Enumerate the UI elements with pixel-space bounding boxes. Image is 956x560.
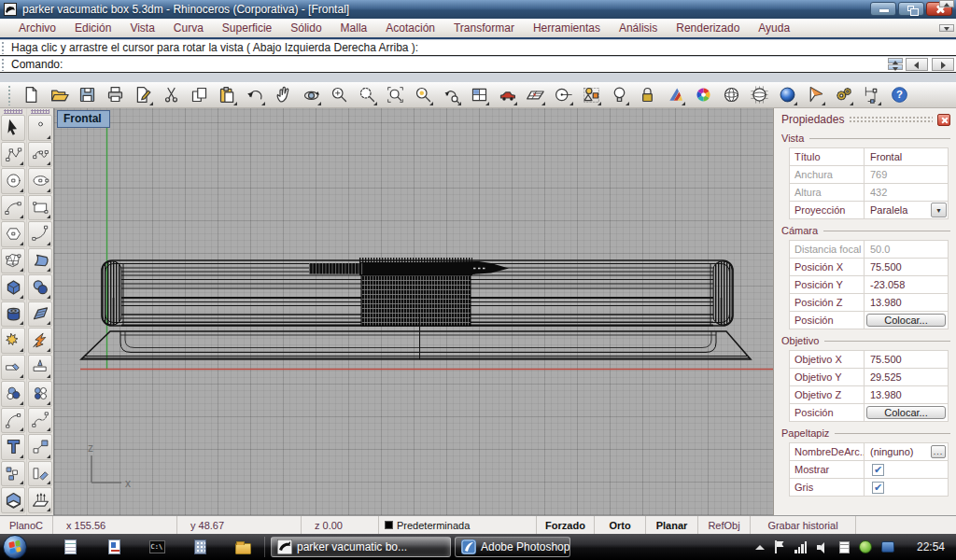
spotlight-button[interactable] <box>804 84 826 106</box>
gris-checkbox[interactable]: ✔ <box>872 482 884 494</box>
polyline-button[interactable] <box>1 142 25 168</box>
minimize-button[interactable] <box>870 2 896 16</box>
network-signal-icon[interactable] <box>794 541 808 553</box>
viewport-layout-button[interactable] <box>468 84 490 106</box>
command-spin-up[interactable] <box>888 58 903 63</box>
cut-button[interactable] <box>160 84 182 106</box>
toolbar-grip[interactable] <box>7 85 12 105</box>
command-spin-down[interactable] <box>888 64 903 70</box>
new-file-button[interactable] <box>20 84 42 106</box>
prop-camara-y-value[interactable]: -23.058 <box>865 276 948 293</box>
prop-proyeccion-value[interactable]: Paralela <box>865 202 930 218</box>
ellipse-button[interactable] <box>28 168 52 194</box>
fillet-button[interactable] <box>1 408 25 434</box>
zoom-window-button[interactable] <box>356 84 378 106</box>
snap-planar[interactable]: Planar <box>646 516 698 534</box>
command-prev-button[interactable] <box>906 58 928 71</box>
solid-box-button[interactable] <box>1 274 25 301</box>
restore-button[interactable] <box>898 2 924 16</box>
prop-camara-x-value[interactable]: 75.500 <box>865 259 948 275</box>
viewport-title-tab[interactable]: Frontal <box>57 110 110 128</box>
menu-edicion[interactable]: Edición <box>65 20 120 36</box>
proyeccion-dropdown-button[interactable]: ▼ <box>931 203 947 217</box>
point-button[interactable] <box>28 115 52 141</box>
rotate-view-button[interactable] <box>300 84 322 106</box>
command-line-grip[interactable] <box>1 58 6 71</box>
prop-objetivo-z-value[interactable]: 13.980 <box>865 386 948 403</box>
mostrar-checkbox[interactable]: ✔ <box>872 464 884 476</box>
zoom-extents-button[interactable] <box>384 84 406 106</box>
panel-close-button[interactable] <box>937 114 950 126</box>
record-history[interactable]: Grabar historial <box>751 516 856 534</box>
task-photoshop[interactable]: Adobe Photoshop <box>455 537 570 557</box>
boolean-union-button[interactable] <box>1 381 25 407</box>
prop-objetivo-x-value[interactable]: 75.500 <box>865 351 948 368</box>
move-object-button[interactable] <box>496 84 518 106</box>
paste-button[interactable] <box>216 84 238 106</box>
surface-loft-button[interactable] <box>28 248 52 274</box>
taskbar-clock[interactable]: 22:54 <box>904 540 945 553</box>
prop-titulo-value[interactable]: Frontal <box>865 148 948 165</box>
command-next-button[interactable] <box>932 58 954 71</box>
history-scroll-down[interactable] <box>939 24 954 32</box>
quicklaunch-calculator[interactable] <box>191 539 208 555</box>
layers-button[interactable] <box>664 84 686 106</box>
help-button[interactable]: ? <box>888 84 910 106</box>
block-insert-button[interactable] <box>1 461 25 487</box>
cplane-button[interactable] <box>524 84 546 106</box>
action-center-flag-icon[interactable] <box>774 540 785 553</box>
arc-button[interactable] <box>1 195 25 221</box>
tray-expand-icon[interactable] <box>755 545 765 550</box>
polygon-button[interactable] <box>1 221 25 247</box>
zoom-in-button[interactable] <box>328 84 350 106</box>
volume-icon[interactable] <box>817 541 830 553</box>
curve-interpolate-button[interactable] <box>28 142 52 168</box>
wireframe-display-button[interactable] <box>720 84 742 106</box>
menu-curva[interactable]: Curva <box>164 20 213 36</box>
menu-transformar[interactable]: Transformar <box>444 20 524 36</box>
lamp-button[interactable] <box>608 84 630 106</box>
shaded-display-button[interactable] <box>748 84 770 106</box>
circle-button[interactable] <box>1 168 25 194</box>
blend-button[interactable] <box>28 408 52 434</box>
objetivo-colocar-button[interactable]: Colocar... <box>866 406 946 419</box>
menu-acotacion[interactable]: Acotación <box>376 20 444 36</box>
copy-button[interactable] <box>188 84 210 106</box>
rendered-display-button[interactable] <box>776 84 798 106</box>
menu-ayuda[interactable]: Ayuda <box>749 20 799 36</box>
menu-superficie[interactable]: Superficie <box>213 20 281 36</box>
command-input[interactable]: Comando: <box>0 57 956 73</box>
camara-colocar-button[interactable]: Colocar... <box>866 314 946 327</box>
plugin-tools-button[interactable] <box>1 328 25 354</box>
boolean-difference-button[interactable] <box>28 381 52 407</box>
solid-sphere-button[interactable] <box>28 274 52 301</box>
array-button[interactable] <box>28 461 52 487</box>
split-button[interactable] <box>28 355 52 381</box>
extrude-solid-button[interactable] <box>1 487 25 513</box>
toolbox-grip-2[interactable] <box>31 109 49 114</box>
text-object-button[interactable] <box>1 434 25 460</box>
snap-forzado[interactable]: Forzado <box>537 516 595 534</box>
menu-solido[interactable]: Sólido <box>281 20 330 36</box>
menu-renderizado[interactable]: Renderizado <box>667 20 749 36</box>
select-button[interactable] <box>1 115 25 141</box>
snap-refobj[interactable]: RefObj <box>698 516 751 534</box>
quicklaunch-wordpad[interactable] <box>105 539 122 555</box>
save-file-button[interactable] <box>76 84 98 106</box>
menu-herramientas[interactable]: Herramientas <box>524 20 610 36</box>
menu-analisis[interactable]: Análisis <box>610 20 667 36</box>
print-button[interactable] <box>104 84 126 106</box>
measure-radius-button[interactable] <box>552 84 574 106</box>
trim-button[interactable] <box>1 355 25 381</box>
nombre-browse-button[interactable]: ... <box>931 445 946 458</box>
prop-camara-z-value[interactable]: 13.980 <box>865 294 948 311</box>
snap-orto[interactable]: Orto <box>595 516 646 534</box>
surface-patch-button[interactable] <box>1 248 25 274</box>
clipboard-tray-icon[interactable] <box>839 541 850 553</box>
scale-button[interactable] <box>28 434 52 460</box>
rectangle-button[interactable] <box>28 195 52 221</box>
color-wheel-button[interactable] <box>692 84 714 106</box>
quicklaunch-cmd[interactable]: C:\ <box>148 539 165 555</box>
dimension-button[interactable] <box>860 84 882 106</box>
undo-button[interactable] <box>244 84 266 106</box>
